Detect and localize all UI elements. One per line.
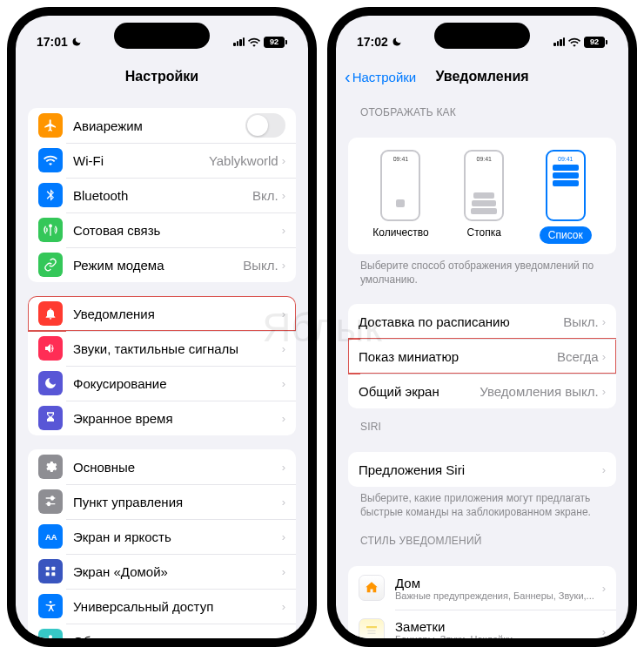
display-as-header: ОТОБРАЖАТЬ КАК <box>348 94 616 124</box>
app-row-notes[interactable]: ЗаметкиБаннеры, Звуки, Наклейки › <box>348 610 616 638</box>
wifi-icon <box>568 37 580 47</box>
dynamic-island <box>434 23 530 49</box>
notification-style-group: ДомВажные предупреждения, Баннеры, Звуки… <box>348 566 616 638</box>
siri-header: SIRI <box>348 408 616 438</box>
settings-group-connectivity: Авиарежим Wi-Fi Yablykworld › Bluetooth … <box>28 108 296 282</box>
svg-text:AA: AA <box>45 533 57 542</box>
chevron-right-icon: › <box>602 315 606 328</box>
svg-rect-9 <box>366 626 377 628</box>
nav-header: ‹ Настройки Уведомления <box>336 59 628 94</box>
display-as-list[interactable]: 09:41 Список <box>540 150 592 244</box>
chevron-right-icon: › <box>282 412 285 425</box>
status-time: 17:02 <box>357 35 388 49</box>
chevron-right-icon: › <box>282 342 285 355</box>
row-screentime[interactable]: Экранное время › <box>28 401 296 435</box>
row-display[interactable]: AA Экран и яркость › <box>28 519 296 554</box>
display-as-group: 09:41 Количество 09:41 Стопка 09:41 Спис… <box>348 138 616 254</box>
chevron-right-icon: › <box>282 496 285 509</box>
text-size-icon: AA <box>38 524 63 549</box>
notes-app-icon <box>359 618 385 638</box>
chevron-right-icon: › <box>282 377 285 390</box>
chevron-right-icon: › <box>602 350 606 363</box>
chevron-right-icon: › <box>282 565 285 578</box>
row-scheduled[interactable]: Доставка по расписанию Выкл. › <box>348 304 616 339</box>
row-siri-suggestions[interactable]: Предложения Siri › <box>348 452 616 487</box>
bell-icon <box>38 301 63 326</box>
svg-rect-1 <box>46 567 50 570</box>
chevron-left-icon: ‹ <box>345 68 351 85</box>
switches-icon <box>38 489 63 514</box>
focus-moon-icon <box>392 37 402 47</box>
settings-group-general: Основные › Пункт управления › AA Экран и… <box>28 449 296 638</box>
antenna-icon <box>38 218 63 242</box>
airplane-icon <box>38 113 63 138</box>
chevron-right-icon: › <box>282 307 285 320</box>
style-header: СТИЛЬ УВЕДОМЛЕНИЙ <box>348 523 616 552</box>
chevron-right-icon: › <box>282 461 285 474</box>
settings-group-alerts: Уведомления › Звуки, тактильные сигналы … <box>28 296 296 435</box>
siri-group: Предложения Siri › <box>348 452 616 487</box>
link-icon <box>38 253 63 277</box>
hourglass-icon <box>38 406 63 430</box>
cellular-icon <box>233 37 245 46</box>
display-as-stack[interactable]: 09:41 Стопка <box>464 150 504 244</box>
gear-icon <box>38 455 63 479</box>
wifi-icon <box>38 148 63 172</box>
chevron-right-icon: › <box>282 635 285 639</box>
chevron-right-icon: › <box>602 625 606 638</box>
grid-icon <box>38 559 63 583</box>
svg-rect-2 <box>51 567 55 570</box>
wifi-icon <box>248 37 260 47</box>
bluetooth-icon <box>38 183 63 207</box>
row-cellular[interactable]: Сотовая связь › <box>28 212 296 247</box>
battery-icon: 92 <box>264 37 287 48</box>
row-bluetooth[interactable]: Bluetooth Вкл. › <box>28 178 296 212</box>
airplane-toggle[interactable] <box>245 113 285 138</box>
row-sounds[interactable]: Звуки, тактильные сигналы › <box>28 331 296 366</box>
siri-footer: Выберите, какие приложения могут предлаг… <box>348 487 616 523</box>
page-title: Настройки <box>125 69 198 84</box>
display-as-count[interactable]: 09:41 Количество <box>372 150 428 244</box>
svg-point-5 <box>50 601 52 603</box>
row-wifi[interactable]: Wi-Fi Yablykworld › <box>28 143 296 178</box>
row-hotspot[interactable]: Режим модема Выкл. › <box>28 247 296 282</box>
chevron-right-icon: › <box>282 154 285 167</box>
back-button[interactable]: ‹ Настройки <box>345 68 416 85</box>
svg-rect-3 <box>46 572 50 576</box>
row-home-screen[interactable]: Экран «Домой» › <box>28 554 296 589</box>
page-title: Уведомления <box>435 69 528 84</box>
chevron-right-icon: › <box>282 224 285 237</box>
chevron-right-icon: › <box>282 189 285 202</box>
row-control-center[interactable]: Пункт управления › <box>28 484 296 519</box>
row-show-previews[interactable]: Показ миниатюр Всегда › <box>348 339 616 374</box>
phone-left: 17:01 92 Настройки Авиарежим <box>7 7 317 647</box>
chevron-right-icon: › <box>282 600 285 613</box>
status-time: 17:01 <box>37 35 68 49</box>
dynamic-island <box>114 23 210 49</box>
speaker-icon <box>38 336 63 361</box>
focus-moon-icon <box>71 37 82 47</box>
display-as-footer: Выберите способ отображения уведомлений … <box>348 254 616 290</box>
chevron-right-icon: › <box>602 463 606 476</box>
row-screen-sharing[interactable]: Общий экран Уведомления выкл. › <box>348 374 616 408</box>
moon-icon <box>38 371 63 395</box>
chevron-right-icon: › <box>602 582 606 595</box>
battery-icon: 92 <box>584 37 607 48</box>
row-wallpaper[interactable]: Обои › <box>28 624 296 638</box>
home-app-icon <box>359 575 385 601</box>
row-general[interactable]: Основные › <box>28 449 296 484</box>
chevron-right-icon: › <box>282 259 285 272</box>
app-row-home[interactable]: ДомВажные предупреждения, Баннеры, Звуки… <box>348 566 616 610</box>
row-focus[interactable]: Фокусирование › <box>28 366 296 401</box>
flower-icon <box>38 629 63 638</box>
chevron-right-icon: › <box>282 530 285 543</box>
chevron-right-icon: › <box>602 385 606 398</box>
row-accessibility[interactable]: Универсальный доступ › <box>28 589 296 624</box>
cellular-icon <box>553 37 565 46</box>
row-airplane[interactable]: Авиарежим <box>28 108 296 143</box>
nav-header: Настройки <box>16 59 308 94</box>
row-notifications[interactable]: Уведомления › <box>28 296 296 331</box>
svg-rect-4 <box>51 572 55 576</box>
accessibility-icon <box>38 594 63 618</box>
preview-group: Доставка по расписанию Выкл. › Показ мин… <box>348 304 616 408</box>
